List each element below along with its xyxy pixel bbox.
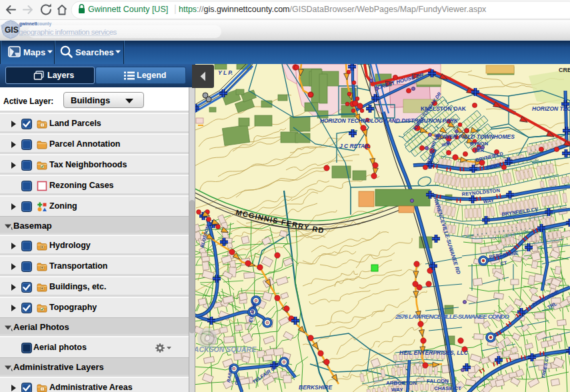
svg-text:CREST: CREST	[559, 67, 570, 73]
svg-text:HORIZON TECHNOLOGY AND DISTRIB: HORIZON TECHNOLOGY AND DISTRIBUTION PARK	[320, 117, 459, 124]
svg-text:geographic information service: geographic information services	[19, 28, 117, 36]
svg-text:HEIL ENTERPRISES, LLC: HEIL ENTERPRISES, LLC	[399, 349, 469, 356]
svg-text:2576 LAWRENCEVILLE-SUWANEE CON: 2576 LAWRENCEVILLE-SUWANEE CONDO	[395, 313, 510, 320]
svg-text:JACKSON SQUARE: JACKSON SQUARE	[195, 345, 257, 353]
svg-text:FALCON: FALCON	[427, 378, 449, 384]
svg-text:BERKSHIRE: BERKSHIRE	[299, 384, 332, 391]
svg-text:CHASE CT: CHASE CT	[434, 385, 461, 391]
svg-text:WAY: WAY	[483, 197, 494, 205]
svg-text:J C RETAIL: J C RETAIL	[339, 143, 370, 149]
svg-text:GIS: GIS	[5, 25, 19, 35]
svg-text:BOWER FIELD TOWNHOMES: BOWER FIELD TOWNHOMES	[435, 133, 515, 140]
svg-text:Y L P.: Y L P.	[218, 69, 233, 76]
svg-text:ARBORTON: ARBORTON	[386, 380, 417, 386]
svg-text:WAY: WAY	[391, 387, 403, 392]
svg-text:gwinnettcounty: gwinnettcounty	[19, 21, 51, 27]
svg-text:CT: CT	[500, 260, 508, 267]
svg-text:HORIZON TEC: HORIZON TEC	[532, 105, 570, 112]
svg-text:BYNON: BYNON	[470, 141, 488, 147]
svg-text:TER: TER	[474, 147, 485, 153]
